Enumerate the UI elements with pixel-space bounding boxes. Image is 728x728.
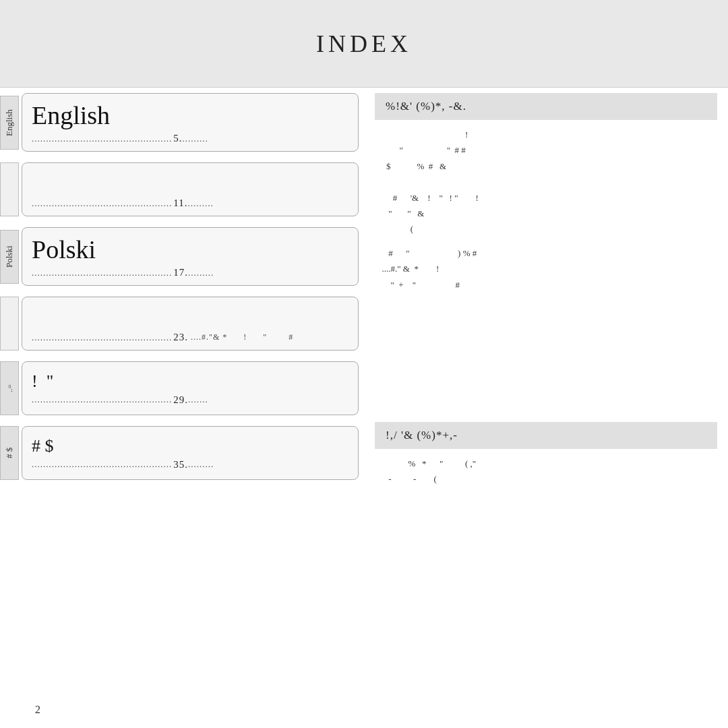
- right-header-2-text: !,/ '& (%)*+,-: [386, 429, 458, 442]
- dots-polski: ........................................…: [32, 268, 172, 278]
- right-text-line-2-1: # " ) % #: [377, 245, 717, 261]
- right-header-1-text: %!&' (%)*, -&.: [386, 100, 466, 113]
- right-text-line-2-3: " + " #: [377, 277, 717, 293]
- tab-2: [0, 162, 19, 216]
- entry-polski: Polski .................................…: [22, 227, 359, 286]
- entry-english-dots: ........................................…: [32, 133, 348, 144]
- dots-6: ........................................…: [32, 459, 172, 470]
- tab-4: [0, 297, 19, 351]
- page-4: 23.: [173, 332, 188, 343]
- row-6: # $ # $ ................................…: [0, 421, 364, 485]
- entry-6-title: # $: [32, 436, 348, 456]
- entry-5-dots: ........................................…: [32, 394, 348, 406]
- right-text-line-1-1: !: [377, 127, 717, 142]
- right-header-2: !,/ '& (%)*+,-: [375, 422, 717, 449]
- extra-dots-5: .......: [188, 394, 208, 405]
- page-polski: 17.: [173, 267, 188, 278]
- right-text-line-1-3: $ % # &: [377, 158, 717, 174]
- right-text-block-1: ! " " # # $ % # & # '& ! " ! " ! " " & (: [375, 127, 717, 237]
- entry-2: ........................................…: [22, 162, 359, 216]
- tab-polski: Polski: [0, 230, 19, 284]
- dots-english: ........................................…: [32, 133, 172, 144]
- extra-dots-4: ....#."& * ! " #: [188, 332, 293, 342]
- dots-4: ........................................…: [32, 332, 172, 343]
- extra-dots-6: .........: [188, 459, 214, 470]
- row-5: ..= ! " ................................…: [0, 356, 364, 421]
- entry-6: # $ ....................................…: [22, 426, 359, 480]
- entry-4: ........................................…: [22, 297, 359, 351]
- entry-6-dots: ........................................…: [32, 459, 348, 471]
- right-text-line-3-1: % * " ( ,": [377, 456, 717, 471]
- page: INDEX English English ..................…: [0, 0, 728, 728]
- extra-dots-polski: .........: [188, 268, 214, 278]
- right-column: %!&' (%)*, -&. ! " " # # $ % # & # ': [364, 88, 728, 701]
- entry-4-dots: ........................................…: [32, 332, 348, 343]
- page-2: 11.: [173, 198, 187, 209]
- tab-english: English: [0, 96, 19, 150]
- entry-english: English ................................…: [22, 93, 359, 152]
- entry-polski-title: Polski: [32, 235, 348, 264]
- right-header-1: %!&' (%)*, -&.: [375, 93, 717, 120]
- row-4: ........................................…: [0, 291, 364, 356]
- extra-dots-2: .........: [187, 198, 213, 209]
- right-text-block-2: # " ) % # ....#." & * ! " + " #: [375, 245, 717, 293]
- page-5: 29.: [173, 394, 188, 406]
- row-english: English English ........................…: [0, 88, 364, 157]
- right-text-line-1-5: # '& ! " ! " !: [377, 190, 717, 206]
- entry-2-dots: ........................................…: [32, 198, 348, 209]
- page-6: 35.: [173, 459, 188, 471]
- extra-dots-english: .........: [183, 133, 208, 144]
- header-area: INDEX: [0, 0, 728, 88]
- entry-5-title: ! ": [32, 371, 348, 392]
- row-polski: Polski Polski ..........................…: [0, 222, 364, 291]
- row-2: ........................................…: [0, 157, 364, 222]
- right-text-line-1-2: " " # #: [377, 142, 717, 158]
- right-text-line-1-6: " " &: [377, 206, 717, 221]
- page-number: 2: [35, 704, 40, 716]
- left-column: English English ........................…: [0, 88, 364, 701]
- right-text-line-2-2: ....#." & * !: [377, 261, 717, 276]
- right-text-line-3-2: - - (: [377, 471, 717, 487]
- tab-5: ..=: [0, 361, 19, 415]
- entry-english-title: English: [32, 100, 348, 130]
- right-text-block-3: % * " ( ," - - (: [375, 456, 717, 487]
- right-text-line-1-7: (: [377, 221, 717, 237]
- tab-6: # $: [0, 426, 19, 480]
- dots-2: ........................................…: [32, 198, 172, 209]
- page-english: 5.: [173, 133, 182, 144]
- dots-5: ........................................…: [32, 394, 172, 405]
- entry-5: ! " ....................................…: [22, 361, 359, 415]
- index-title: INDEX: [316, 30, 412, 58]
- right-text-line-1-4: [377, 174, 717, 189]
- entry-polski-dots: ........................................…: [32, 267, 348, 278]
- content-area: English English ........................…: [0, 88, 728, 701]
